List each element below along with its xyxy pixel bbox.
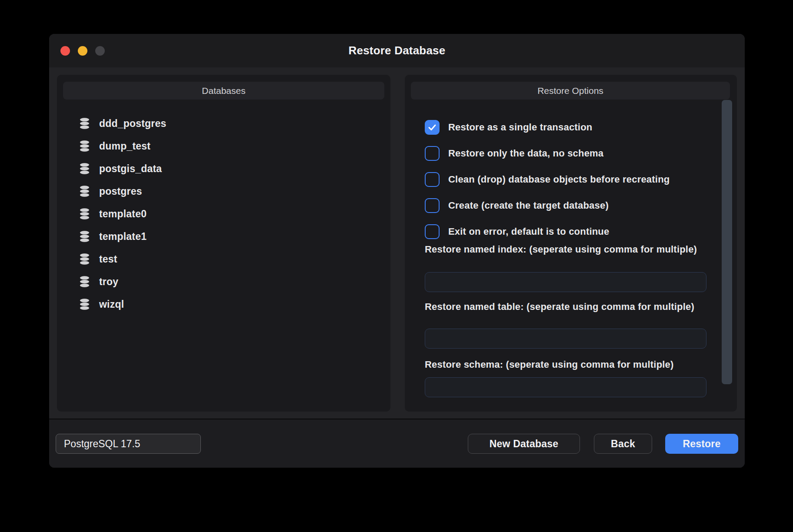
minimize-button[interactable]	[78, 46, 87, 56]
database-list-item[interactable]: template1	[57, 225, 390, 248]
databases-panel-title: Databases	[202, 86, 245, 96]
database-list-item[interactable]: dump_test	[57, 135, 390, 157]
restore-named-index-label: Restore named index: (seperate using com…	[425, 244, 706, 255]
option-row-exit-on-error: Exit on error, default is to continue	[425, 219, 712, 245]
checkbox-label: Restore as a single transaction	[448, 122, 592, 133]
exit-on-error-checkbox[interactable]	[425, 224, 440, 239]
database-list: ddd_postgres dump_test postgis_data post…	[57, 112, 390, 316]
database-list-item[interactable]: postgres	[57, 180, 390, 203]
data-only-checkbox[interactable]	[425, 146, 440, 161]
restore-button[interactable]: Restore	[665, 434, 738, 454]
footer-bar: PostgreSQL 17.5 New Database Back Restor…	[49, 419, 745, 468]
database-name: dump_test	[99, 140, 150, 152]
database-icon	[80, 276, 90, 287]
database-icon	[80, 231, 90, 242]
close-button[interactable]	[60, 46, 70, 56]
restore-options-checkbox-list: Restore as a single transaction Restore …	[425, 114, 712, 245]
database-icon	[80, 186, 90, 197]
checkbox-label: Clean (drop) database objects before rec…	[448, 174, 670, 185]
restore-options-panel-title: Restore Options	[537, 86, 603, 96]
database-name: ddd_postgres	[99, 118, 166, 130]
database-icon	[80, 163, 90, 174]
database-list-item[interactable]: wizql	[57, 293, 390, 316]
database-list-item[interactable]: template0	[57, 203, 390, 225]
database-name: troy	[99, 276, 118, 288]
database-icon	[80, 140, 90, 152]
postgres-version-label: PostgreSQL 17.5	[64, 438, 140, 450]
checkbox-label: Exit on error, default is to continue	[448, 226, 609, 237]
database-icon	[80, 299, 90, 310]
window-titlebar: Restore Database	[49, 34, 745, 67]
checkmark-icon	[427, 122, 437, 133]
option-row-clean: Clean (drop) database objects before rec…	[425, 166, 712, 193]
database-list-item[interactable]: test	[57, 248, 390, 270]
database-name: postgis_data	[99, 163, 162, 175]
restore-named-table-input[interactable]	[425, 329, 706, 349]
restore-database-window: Restore Database Databases ddd_postgres	[49, 34, 745, 468]
back-button[interactable]: Back	[594, 434, 652, 454]
window-content: Databases ddd_postgres dump_test postgis…	[49, 67, 745, 419]
desktop-background: Restore Database Databases ddd_postgres	[0, 0, 793, 532]
restore-schema-label: Restore schema: (seperate using comma fo…	[425, 359, 706, 370]
option-row-single-transaction: Restore as a single transaction	[425, 114, 712, 140]
database-name: template1	[99, 231, 147, 243]
database-list-item[interactable]: troy	[57, 270, 390, 293]
create-database-checkbox[interactable]	[425, 198, 440, 213]
checkbox-label: Restore only the data, no schema	[448, 148, 603, 159]
database-list-item[interactable]: postgis_data	[57, 157, 390, 180]
single-transaction-checkbox[interactable]	[425, 120, 440, 135]
window-title: Restore Database	[49, 34, 745, 67]
database-icon	[80, 118, 90, 129]
option-row-data-only: Restore only the data, no schema	[425, 140, 712, 166]
database-name: wizql	[99, 299, 124, 310]
zoom-button[interactable]	[95, 46, 105, 56]
checkbox-label: Create (create the target database)	[448, 200, 609, 211]
restore-schema-input[interactable]	[425, 377, 706, 397]
postgres-version-selector[interactable]: PostgreSQL 17.5	[56, 434, 201, 454]
option-row-create: Create (create the target database)	[425, 193, 712, 219]
database-list-item[interactable]: ddd_postgres	[57, 112, 390, 135]
traffic-lights	[60, 34, 105, 67]
restore-options-panel-header: Restore Options	[411, 82, 730, 100]
new-database-button[interactable]: New Database	[468, 434, 580, 454]
database-icon	[80, 253, 90, 265]
databases-panel-header: Databases	[63, 82, 384, 100]
database-name: test	[99, 253, 117, 265]
database-name: postgres	[99, 186, 142, 197]
restore-named-table-label: Restore named table: (seperate using com…	[425, 301, 706, 313]
databases-panel: Databases ddd_postgres dump_test postgis…	[57, 75, 390, 412]
restore-named-index-input[interactable]	[425, 272, 706, 292]
database-icon	[80, 208, 90, 219]
restore-options-panel: Restore Options Restore as a single tran…	[405, 75, 737, 412]
clean-objects-checkbox[interactable]	[425, 172, 440, 187]
database-name: template0	[99, 208, 147, 220]
scrollbar-thumb[interactable]	[722, 100, 732, 384]
